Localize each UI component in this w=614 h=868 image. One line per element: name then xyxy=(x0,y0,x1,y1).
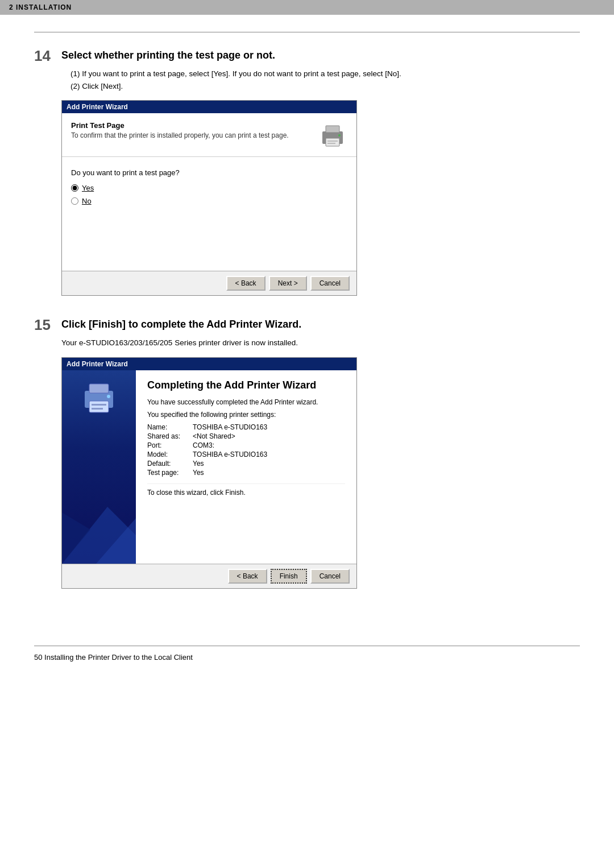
step-15-subtitle-text: Your e-STUDIO163/203/165/205 Series prin… xyxy=(61,338,298,347)
cancel-button-15[interactable]: Cancel xyxy=(310,569,350,584)
completing-title: Completing the Add Printer Wizard xyxy=(147,379,345,392)
svg-rect-4 xyxy=(327,143,335,144)
step-15: 15 Click [Finish] to complete the Add Pr… xyxy=(34,319,580,589)
svg-rect-1 xyxy=(326,126,339,133)
step-14-instruction-1: (1) If you want to print a test page, se… xyxy=(70,68,580,80)
step-14-instruction-2: (2) Click [Next]. xyxy=(70,80,580,93)
wizard-titlebar-15: Add Printer Wizard xyxy=(62,358,356,370)
next-button-14[interactable]: Next > xyxy=(269,276,307,291)
completing-body: Completing the Add Printer Wizard You ha… xyxy=(62,370,356,564)
wizard-titlebar-14: Add Printer Wizard xyxy=(62,101,356,113)
step-15-title: Click [Finish] to complete the Add Print… xyxy=(61,319,301,331)
footer: 50 Installing the Printer Driver to the … xyxy=(0,646,614,668)
step-14: 14 Select whether printing the test page… xyxy=(34,49,580,296)
wizard-section-desc-14: To confirm that the printer is installed… xyxy=(71,131,289,139)
settings-value: TOSHIBA e-STUDIO163 xyxy=(193,450,267,458)
radio-no-input[interactable] xyxy=(71,197,78,205)
settings-label: Test page: xyxy=(147,469,193,477)
radio-yes-label: Yes xyxy=(82,184,94,192)
wizard-btnbar-14: < Back Next > Cancel xyxy=(62,271,356,295)
wizard-section-text-14: Print Test Page To confirm that the prin… xyxy=(71,121,289,139)
svg-rect-2 xyxy=(326,138,339,146)
header-bar: 2 Installation xyxy=(0,0,614,15)
settings-row: Shared as:<Not Shared> xyxy=(147,432,345,440)
settings-table: Name:TOSHIBA e-STUDIO163Shared as:<Not S… xyxy=(147,423,345,477)
printer-icon-14 xyxy=(318,121,347,151)
settings-label: Shared as: xyxy=(147,432,193,440)
wizard-content-14: Do you want to print a test page? Yes No xyxy=(62,157,356,271)
radio-no-option[interactable]: No xyxy=(71,197,347,205)
completing-right: Completing the Add Printer Wizard You ha… xyxy=(136,370,356,564)
settings-label: Name: xyxy=(147,423,193,431)
svg-rect-8 xyxy=(89,401,109,412)
step-15-number: 15 xyxy=(34,317,61,332)
settings-row: Port:COM3: xyxy=(147,441,345,449)
settings-label: Default: xyxy=(147,460,193,468)
settings-value: TOSHIBA e-STUDIO163 xyxy=(193,423,267,431)
step-14-number: 14 xyxy=(34,48,61,63)
svg-rect-10 xyxy=(92,408,103,410)
svg-point-11 xyxy=(107,395,110,398)
question-text-14: Do you want to print a test page? xyxy=(71,168,347,177)
wizard-body-14: Print Test Page To confirm that the prin… xyxy=(62,113,356,295)
deco-shapes xyxy=(62,461,136,564)
back-button-14[interactable]: < Back xyxy=(226,276,265,291)
wizard-body-15: Completing the Add Printer Wizard You ha… xyxy=(62,370,356,588)
cancel-button-14[interactable]: Cancel xyxy=(310,276,350,291)
settings-row: Test page:Yes xyxy=(147,469,345,477)
step-14-title: Select whether printing the test page or… xyxy=(61,49,275,62)
completing-desc2: You specified the following printer sett… xyxy=(147,411,345,419)
settings-value: COM3: xyxy=(193,441,214,449)
step-14-instructions: (1) If you want to print a test page, se… xyxy=(61,68,580,92)
wizard-section-header-14: Print Test Page To confirm that the prin… xyxy=(62,113,356,157)
radio-yes-input[interactable] xyxy=(71,184,78,192)
finish-button-15[interactable]: Finish xyxy=(271,569,307,584)
completing-desc1: You have successfully completed the Add … xyxy=(147,398,345,406)
completing-footer: To close this wizard, click Finish. xyxy=(147,483,345,497)
settings-label: Port: xyxy=(147,441,193,449)
main-content: 14 Select whether printing the test page… xyxy=(0,32,614,634)
settings-row: Model:TOSHIBA e-STUDIO163 xyxy=(147,450,345,458)
completing-left-panel xyxy=(62,370,136,564)
back-button-15[interactable]: < Back xyxy=(228,569,267,584)
svg-rect-3 xyxy=(327,140,338,142)
svg-rect-7 xyxy=(89,384,109,393)
footer-text: 50 Installing the Printer Driver to the … xyxy=(34,653,193,662)
svg-point-5 xyxy=(338,134,341,137)
radio-yes-option[interactable]: Yes xyxy=(71,184,347,192)
step-15-header: 15 Click [Finish] to complete the Add Pr… xyxy=(34,319,580,332)
printer-icon-15 xyxy=(79,379,119,419)
settings-value: Yes xyxy=(193,460,204,468)
wizard-dialog-14: Add Printer Wizard Print Test Page To co… xyxy=(61,100,357,296)
settings-row: Name:TOSHIBA e-STUDIO163 xyxy=(147,423,345,431)
step-14-header: 14 Select whether printing the test page… xyxy=(34,49,580,63)
settings-label: Model: xyxy=(147,450,193,458)
step-15-subtitle: Your e-STUDIO163/203/165/205 Series prin… xyxy=(61,337,580,349)
header-label: 2 Installation xyxy=(9,3,72,11)
svg-rect-9 xyxy=(92,404,106,406)
wizard-btnbar-15: < Back Finish Cancel xyxy=(62,564,356,588)
wizard-section-title-14: Print Test Page xyxy=(71,121,289,130)
wizard-dialog-15: Add Printer Wizard xyxy=(61,357,357,589)
settings-value: Yes xyxy=(193,469,204,477)
settings-row: Default:Yes xyxy=(147,460,345,468)
settings-value: <Not Shared> xyxy=(193,432,235,440)
radio-no-label: No xyxy=(82,197,92,205)
